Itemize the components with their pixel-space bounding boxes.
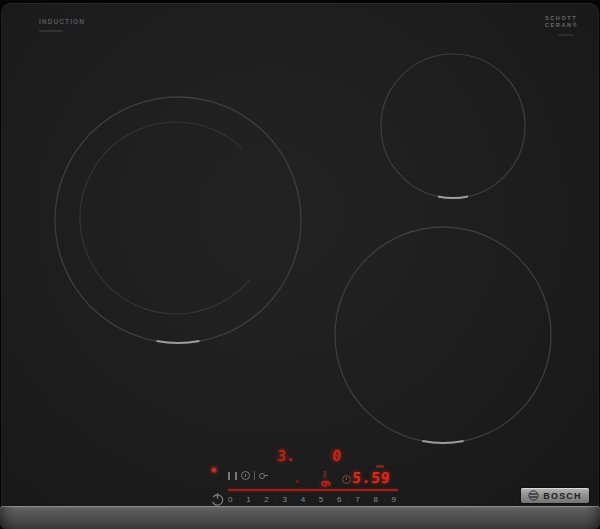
zone-select-dot <box>296 480 299 483</box>
timer-zone-unit: min <box>323 471 328 478</box>
fine-print-blur <box>558 34 574 36</box>
level-separator: · <box>238 494 240 505</box>
level-separator: · <box>311 494 313 505</box>
front-bevel <box>0 506 600 529</box>
cooktop: INDUCTION SCHOTT CERAN® 3. 0 min 6 min 5… <box>0 0 600 529</box>
level-separator: · <box>384 494 386 505</box>
bosch-logo-text: BOSCH <box>543 491 582 501</box>
level-separator: · <box>329 494 331 505</box>
zone-left-outer-ring <box>55 97 301 343</box>
schott-line: SCHOTT <box>545 15 578 22</box>
level-separator: · <box>256 494 258 505</box>
level-separator: · <box>293 494 295 505</box>
zone-rear-right-ring <box>381 54 525 198</box>
power-level-2[interactable]: 2 <box>264 494 268 505</box>
child-lock-icon[interactable] <box>259 471 268 480</box>
power-button[interactable] <box>210 492 225 507</box>
zone-display-left: 3. <box>276 447 295 465</box>
level-separator: · <box>347 494 349 505</box>
power-level-1[interactable]: 1 <box>246 494 250 505</box>
power-level-slider[interactable]: 0 · 1 · 2 · 3 · 4 · 5 · 6 · 7 · 8 · 9 <box>228 494 396 505</box>
bosch-logo-plaque: BOSCH <box>521 488 589 503</box>
power-level-3[interactable]: 3 <box>283 494 287 505</box>
level-separator: · <box>274 494 276 505</box>
function-icon-row <box>228 471 268 480</box>
slider-accent-line <box>228 489 398 491</box>
power-level-7[interactable]: 7 <box>355 494 359 505</box>
cooking-zones-graphic <box>1 3 600 529</box>
zone-left-position-mark <box>157 341 200 343</box>
ceran-line: CERAN® <box>545 22 578 29</box>
icon-separator <box>254 471 255 480</box>
power-level-8[interactable]: 8 <box>373 494 377 505</box>
power-level-9[interactable]: 9 <box>392 494 396 505</box>
fine-print-blur <box>39 30 63 32</box>
timer-zone-value: 6 <box>318 480 332 487</box>
zone-front-right-position-mark <box>422 441 463 443</box>
bosch-emblem-icon <box>528 490 539 501</box>
glass-surface: INDUCTION SCHOTT CERAN® 3. 0 min 6 min 5… <box>1 3 599 529</box>
level-separator: · <box>365 494 367 505</box>
power-level-0[interactable]: 0 <box>228 494 232 505</box>
timer-function-icon[interactable] <box>241 471 250 480</box>
timer-display: 5.59 <box>351 469 390 487</box>
timer-clock-icon[interactable] <box>342 475 351 484</box>
schott-ceran-logo: SCHOTT CERAN® <box>545 15 578 28</box>
power-icon <box>210 492 225 507</box>
power-level-5[interactable]: 5 <box>319 494 323 505</box>
residual-heat-indicator-icon <box>211 467 217 473</box>
pause-icon[interactable] <box>228 472 237 480</box>
zone-front-right-ring <box>335 227 551 443</box>
zone-rear-right-position-mark <box>438 196 468 198</box>
power-level-6[interactable]: 6 <box>337 494 341 505</box>
zone-left-inner-ring <box>80 122 250 314</box>
power-level-4[interactable]: 4 <box>301 494 305 505</box>
induction-label: INDUCTION <box>39 18 85 25</box>
